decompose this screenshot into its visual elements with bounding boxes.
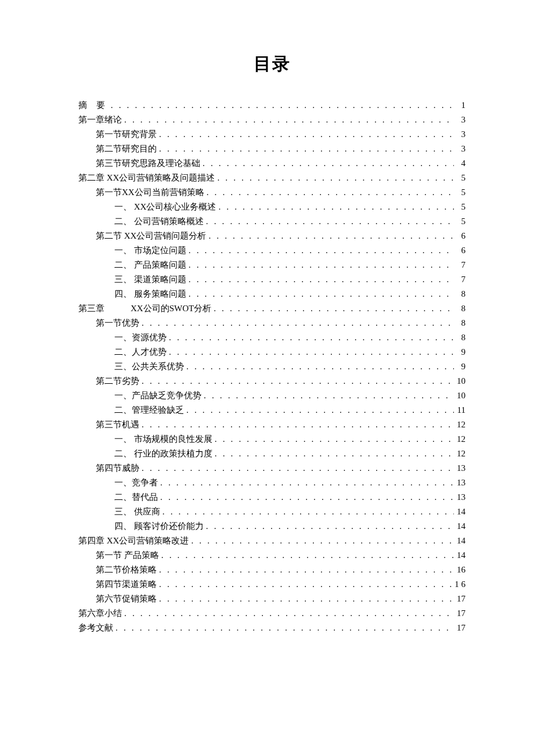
- toc-entry-label: 二、替代品: [114, 490, 158, 505]
- toc-entry: 第一节 产品策略14: [78, 548, 466, 563]
- toc-entry: 第六章小结17: [78, 606, 466, 621]
- toc-leader-dots: [167, 345, 454, 359]
- toc-entry-page: 5: [454, 171, 466, 185]
- toc-entry-page: 12: [454, 417, 466, 432]
- toc-leader-dots: [206, 229, 454, 243]
- toc-entry-page: 5: [454, 185, 466, 200]
- toc-entry: 摘 要1: [78, 98, 466, 113]
- toc-entry-label: 第三节研究思路及理论基础: [96, 156, 200, 171]
- toc-entry-page: 6: [454, 229, 466, 243]
- toc-entry-label: 二、人才优势: [114, 345, 167, 359]
- toc-entry: 一、资源优势8: [78, 330, 466, 345]
- toc-entry-page: 10: [454, 388, 466, 403]
- toc-entry-label: 二、 公司营销策略概述: [114, 214, 204, 229]
- toc-entry-label: 第一节 产品策略: [96, 548, 159, 563]
- toc-entry-page: 14: [454, 534, 466, 548]
- toc-entry-label: 一、资源优势: [114, 330, 167, 345]
- toc-leader-dots: [157, 563, 454, 577]
- toc-leader-dots: [160, 505, 454, 519]
- toc-entry: 第六节促销策略17: [78, 592, 466, 606]
- toc-entry: 三、 供应商14: [78, 505, 466, 519]
- toc-entry-page: 7: [454, 258, 466, 272]
- toc-leader-dots: [212, 432, 454, 447]
- toc-entry-page: 17: [454, 606, 466, 621]
- toc-entry-page: 1: [454, 98, 466, 113]
- toc-leader-dots: [204, 185, 454, 200]
- toc-leader-dots: [113, 621, 454, 635]
- toc-entry-label: 第二节价格策略: [96, 563, 157, 577]
- toc-leader-dots: [122, 113, 454, 127]
- toc-entry-label: 第四章 XX公司营销策略改进: [78, 534, 189, 548]
- toc-entry: 三、公共关系优势9: [78, 359, 466, 374]
- toc-entry-label: 摘 要: [78, 98, 109, 113]
- toc-leader-dots: [186, 243, 454, 258]
- toc-entry-page: 12: [454, 447, 466, 461]
- toc-entry: 一、 市场规模的良性发展12: [78, 432, 466, 447]
- toc-leader-dots: [216, 200, 454, 214]
- toc-entry: 四、 顾客讨价还价能力14: [78, 519, 466, 534]
- toc-entry: 一、 XX公司核心业务概述5: [78, 200, 466, 214]
- toc-entry: 第一章绪论3: [78, 113, 466, 127]
- toc-entry: 第三章 XX公司的SWOT分析8: [78, 301, 466, 316]
- toc-entry-page: 10: [454, 374, 466, 388]
- toc-entry: 三、 渠道策略问题7: [78, 272, 466, 287]
- toc-entry: 四、 服务策略问题8: [78, 287, 466, 301]
- toc-leader-dots: [158, 476, 454, 490]
- toc-entry-label: 第二节劣势: [96, 374, 139, 388]
- toc-leader-dots: [139, 417, 454, 432]
- toc-entry-page: 8: [454, 301, 466, 316]
- toc-entry-label: 第二章 XX公司营销策略及问题描述: [78, 171, 215, 185]
- toc-entry-page: 3: [454, 142, 466, 156]
- toc-entry: 第二节劣势10: [78, 374, 466, 388]
- toc-entry: 第二章 XX公司营销策略及问题描述5: [78, 171, 466, 185]
- toc-entry-page: 12: [454, 432, 466, 447]
- toc-entry: 参考文献17: [78, 621, 466, 635]
- toc-entry: 第一节研究背景3: [78, 127, 466, 142]
- toc-entry-label: 第四节渠道策略: [96, 577, 157, 592]
- toc-entry-label: 第一节XX公司当前营销策略: [96, 185, 204, 200]
- toc-entry: 第一节XX公司当前营销策略5: [78, 185, 466, 200]
- toc-entry-label: 四、 顾客讨价还价能力: [114, 519, 204, 534]
- toc-entry-page: 3: [454, 113, 466, 127]
- toc-entry-page: 9: [454, 359, 466, 374]
- toc-entry-page: 4: [454, 156, 466, 171]
- toc-entry-label: 一、竞争者: [114, 476, 158, 490]
- toc-leader-dots: [139, 461, 454, 476]
- toc-leader-dots: [215, 171, 454, 185]
- toc-leader-dots: [212, 447, 454, 461]
- toc-entry-label: 第二节 XX公司营销问题分析: [96, 229, 206, 243]
- toc-leader-dots: [122, 606, 454, 621]
- toc-entry-label: 第六节促销策略: [96, 592, 157, 606]
- toc-entry: 第三节研究思路及理论基础4: [78, 156, 466, 171]
- toc-leader-dots: [189, 534, 454, 548]
- toc-entry-page: 9: [454, 345, 466, 359]
- toc-entry-label: 四、 服务策略问题: [114, 287, 186, 301]
- toc-entry: 第二节研究目的3: [78, 142, 466, 156]
- toc-leader-dots: [158, 490, 454, 505]
- toc-entry: 一、产品缺乏竞争优势10: [78, 388, 466, 403]
- toc-entry: 第四节威胁13: [78, 461, 466, 476]
- toc-leader-dots: [157, 577, 452, 592]
- toc-leader-dots: [159, 548, 454, 563]
- toc-leader-dots: [167, 330, 454, 345]
- toc-entry: 二、人才优势9: [78, 345, 466, 359]
- page-title: 目录: [78, 52, 466, 76]
- toc-entry: 二、 行业的政策扶植力度12: [78, 447, 466, 461]
- toc-entry: 第二节价格策略16: [78, 563, 466, 577]
- toc-entry-page: 16: [454, 563, 466, 577]
- toc-entry-page: 13: [454, 490, 466, 505]
- toc-entry-page: 11: [454, 403, 466, 417]
- toc-leader-dots: [184, 403, 454, 417]
- toc-leader-dots: [211, 301, 454, 316]
- toc-leader-dots: [139, 374, 454, 388]
- toc-leader-dots: [200, 156, 454, 171]
- toc-leader-dots: [109, 98, 454, 113]
- toc-entry: 二、 产品策略问题7: [78, 258, 466, 272]
- toc-entry-label: 三、 供应商: [114, 505, 160, 519]
- toc-entry-label: 三、 渠道策略问题: [114, 272, 186, 287]
- toc-entry: 一、竞争者13: [78, 476, 466, 490]
- toc-entry-page: 17: [454, 592, 466, 606]
- toc-entry: 第三节机遇12: [78, 417, 466, 432]
- toc-entry-label: 第六章小结: [78, 606, 122, 621]
- toc-entry-label: 一、 市场定位问题: [114, 243, 186, 258]
